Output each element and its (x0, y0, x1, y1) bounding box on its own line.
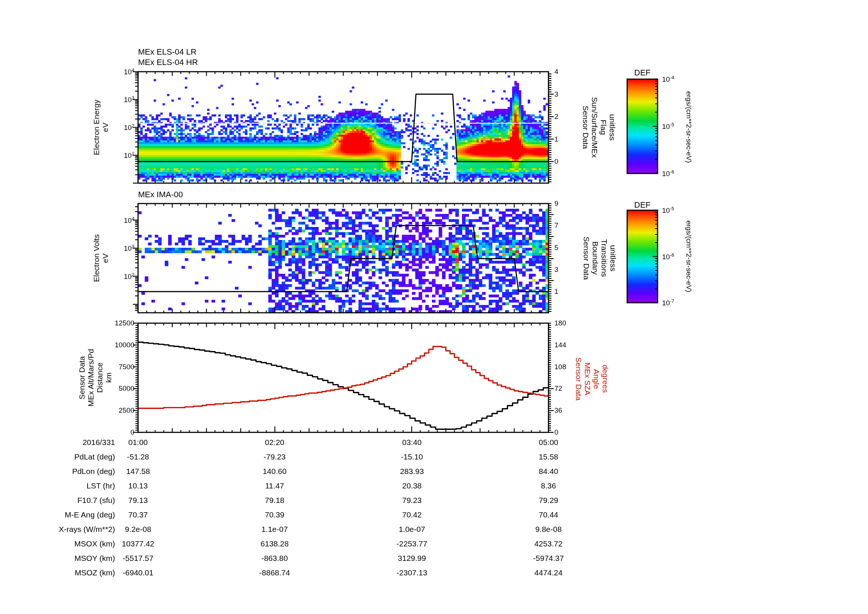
ima-ytick-label: 102 (124, 272, 134, 280)
els-title-hr: MEx ELS-04 HR (138, 58, 198, 67)
tick-label-exponent: -5 (670, 206, 674, 211)
els-right-axis-line: Flag (599, 97, 608, 157)
tick-label-exponent: 2 (132, 123, 134, 129)
ts-ytick-label: 7500 (119, 363, 134, 371)
ts-ytick-label: 2500 (119, 407, 134, 414)
els-ytick-label: 104 (124, 68, 134, 76)
table-cell-value: 3129.99 (398, 554, 426, 563)
ts-right-tick-label: 180 (555, 319, 566, 327)
tick-label-exponent: 3 (132, 95, 134, 101)
table-cell-value: -863.80 (261, 554, 288, 563)
table-cell-value: -6940.01 (123, 569, 153, 577)
ts-ytick-label: 10000 (115, 341, 134, 349)
colorbar1-title: DEF (634, 68, 651, 77)
ima-ytick-label: 104 (124, 216, 134, 224)
els-right-axis-label: Sensor DataSun/Surface/MExFlagunitless (581, 97, 617, 157)
table-cell-value: 6138.28 (260, 540, 289, 548)
table-cell-value: 01:00 (129, 438, 148, 446)
tick-label-exponent: 2 (132, 272, 134, 277)
tick-label-base: 10 (124, 216, 132, 224)
table-row-label: MSOZ (km) (75, 569, 115, 577)
table-cell-value: -15.10 (401, 453, 423, 461)
tick-label-base: 10 (662, 123, 670, 131)
table-cell-value: 1.1e-07 (261, 525, 288, 533)
ima-right-axis-line: Sensor Data (582, 236, 591, 280)
table-cell-value: 79.29 (539, 496, 558, 504)
table-cell-value: 79.18 (265, 496, 285, 504)
tick-label-base: 10 (662, 207, 670, 215)
ts-right-axis-label: Sensor DataMEx SZAAngledegrees (574, 358, 610, 401)
els-ytick-label: 103 (124, 95, 134, 104)
ima-right-axis-line: unitless (609, 236, 617, 280)
table-cell-value: 15.58 (539, 453, 558, 461)
plots-canvas (0, 0, 868, 614)
table-cell-value: 20.38 (402, 482, 422, 490)
els-title-lr: MEx ELS-04 LR (138, 48, 197, 56)
els-right-axis-line: Sensor Data (581, 97, 590, 157)
ima-right-axis-line: Transitions (600, 236, 609, 280)
tick-label-exponent: 4 (132, 215, 134, 221)
tick-label-base: 10 (124, 152, 132, 159)
table-cell-value: 11.47 (265, 482, 284, 490)
ts-right-tick-label: 72 (555, 385, 562, 392)
table-cell-value: 79.13 (129, 496, 148, 504)
ts-y-axis-line: Distance (95, 349, 104, 406)
ima-y-axis-line: Electron Volts (92, 235, 101, 282)
ima-ytick-label: 103 (124, 244, 134, 252)
ts-ytick-label: 12500 (115, 319, 134, 327)
table-cell-value: 9.2e-08 (125, 525, 151, 533)
els-right-tick-label: 2 (555, 113, 558, 120)
table-cell-value: 79.23 (402, 496, 422, 504)
ima-right-tick-label: 5 (555, 244, 558, 252)
ts-y-axis-label: Sensor DataMEx Alt/Mars/PdDistancekm (78, 349, 113, 406)
tick-label-base: 10 (662, 75, 670, 83)
table-cell-value: 147.58 (126, 467, 150, 476)
tick-label-base: 10 (662, 253, 670, 261)
ts-right-axis-line: MEx SZA (583, 358, 592, 401)
table-row-label: M-E Ang (deg) (65, 511, 115, 519)
table-row-label: X-rays (W/m**2) (59, 525, 115, 533)
ima-right-axis-label: Sensor DataBoundaryTransitionsunitless (582, 236, 617, 280)
els-y-axis-line: eV (101, 99, 110, 155)
els-right-tick-label: 4 (555, 68, 558, 75)
table-cell-value: 84.40 (539, 467, 558, 476)
table-row-label: 2016/331 (82, 438, 115, 446)
table-row-label: MSOY (km) (74, 554, 115, 563)
ima-right-tick-label: 1 (555, 288, 558, 295)
els-right-axis-line: Sun/Surface/MEx (590, 97, 599, 157)
ts-right-tick-label: 108 (555, 363, 566, 371)
ts-right-axis-line: Angle (592, 358, 601, 401)
tick-label-exponent: -7 (670, 298, 674, 304)
tick-label-base: 10 (662, 170, 670, 177)
tick-label-exponent: 4 (132, 67, 134, 73)
ima-right-tick-label: 3 (555, 266, 558, 274)
table-cell-value: 4474.24 (535, 569, 563, 577)
tick-label-base: 10 (124, 68, 132, 76)
colorbar2-title: DEF (634, 201, 651, 209)
els-ytick-label: 102 (124, 123, 134, 132)
els-right-axis-line: unitless (608, 97, 617, 157)
els-y-axis-label: Electron EnergyeV (92, 99, 110, 155)
table-cell-value: 70.44 (539, 511, 558, 519)
ts-y-axis-line: MEx Alt/Mars/Pd (87, 349, 95, 406)
ima-y-axis-line: eV (101, 235, 110, 282)
table-cell-value: 1.0e-07 (398, 525, 425, 533)
table-cell-value: 140.60 (263, 467, 287, 476)
els-right-tick-label: 0 (555, 158, 558, 165)
table-cell-value: -5517.57 (123, 554, 153, 563)
table-cell-value: 05:00 (539, 438, 558, 446)
table-cell-value: -79.23 (264, 453, 286, 461)
els-y-axis-line: Electron Energy (92, 99, 101, 155)
ts-right-axis-line: degrees (601, 358, 610, 401)
colorbar2-tick-label: 10-5 (662, 206, 674, 215)
ts-ytick-label: 5000 (119, 385, 134, 392)
table-cell-value: 9.8e-08 (535, 525, 561, 533)
tick-label-base: 10 (124, 273, 132, 280)
table-row-label: PdLon (deg) (72, 467, 115, 476)
ima-title: MEx IMA-00 (138, 190, 183, 199)
ts-y-axis-line: km (104, 349, 113, 406)
els-right-tick-label: 1 (555, 135, 558, 143)
colorbar1-tick-label: 10-4 (662, 75, 674, 83)
table-cell-value: 283.93 (400, 467, 424, 476)
tick-label-base: 10 (124, 124, 132, 132)
